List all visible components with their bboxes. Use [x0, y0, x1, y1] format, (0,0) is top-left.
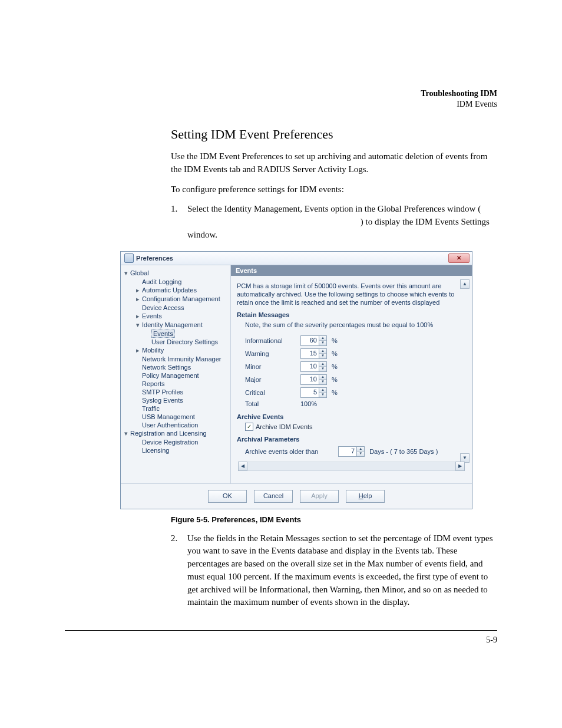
- percent-spinner[interactable]: 10▲▼: [300, 361, 327, 372]
- tree-item[interactable]: USB Management: [123, 413, 228, 421]
- tree-item[interactable]: ▾Identity Management: [123, 321, 228, 330]
- tree-item-label: Audit Logging: [142, 278, 181, 285]
- step-number: 2.: [171, 532, 187, 610]
- doc-header-subtitle: IDM Events: [65, 99, 497, 110]
- tree-item-label: Network Settings: [142, 364, 191, 371]
- prefs-tree[interactable]: ▾GlobalAudit Logging▸Automatic Updates▸C…: [121, 265, 231, 483]
- percent-suffix: %: [332, 337, 338, 344]
- scroll-right-icon[interactable]: ▶: [455, 462, 465, 471]
- spinner-up-icon[interactable]: ▲: [319, 362, 326, 367]
- close-button[interactable]: ✕: [448, 253, 470, 263]
- tree-item-label: Identity Management: [142, 321, 203, 328]
- percent-value: 10: [301, 375, 319, 384]
- retain-title: Retain Messages: [237, 311, 466, 318]
- percent-spinner[interactable]: 10▲▼: [300, 374, 327, 385]
- step1-lead: Select the Identity Management, Events o…: [187, 204, 481, 213]
- expander-icon: ▸: [136, 286, 142, 294]
- tree-item[interactable]: Events: [123, 330, 228, 338]
- expander-icon: ▸: [136, 312, 142, 320]
- tree-item[interactable]: User Authentication: [123, 421, 228, 429]
- tree-item[interactable]: Reports: [123, 380, 228, 388]
- tree-item-label: Configuration Management: [142, 295, 220, 302]
- tree-item[interactable]: ▾Global: [123, 269, 228, 278]
- cancel-button[interactable]: Cancel: [254, 490, 293, 503]
- dialog-title: Preferences: [136, 255, 173, 262]
- step-text: Use the fields in the Retain Messages se…: [187, 532, 497, 610]
- percent-value: 10: [301, 362, 319, 371]
- tree-item-label: Licensing: [142, 447, 169, 454]
- spinner-down-icon[interactable]: ▼: [357, 452, 364, 456]
- percent-value: 5: [301, 388, 319, 397]
- tree-item[interactable]: ▸Mobility: [123, 346, 228, 355]
- tree-item[interactable]: Device Access: [123, 304, 228, 312]
- tree-item[interactable]: SMTP Profiles: [123, 388, 228, 396]
- tree-item-label: Policy Management: [142, 372, 199, 379]
- spinner-up-icon[interactable]: ▲: [319, 349, 326, 354]
- apply-button[interactable]: Apply: [300, 490, 339, 503]
- doc-header-title: Troubleshooting IDM: [65, 88, 497, 99]
- tree-item-label: User Authentication: [142, 421, 198, 429]
- tree-item[interactable]: Traffic: [123, 404, 228, 413]
- tree-item[interactable]: ▸Events: [123, 312, 228, 321]
- tree-item[interactable]: ▸Configuration Management: [123, 295, 228, 304]
- step-text: Select the Identity Management, Events o…: [187, 203, 497, 241]
- scroll-left-icon[interactable]: ◀: [238, 462, 247, 471]
- tree-item-label: Mobility: [142, 347, 164, 354]
- percent-spinner[interactable]: 60▲▼: [300, 335, 327, 346]
- tree-item[interactable]: Network Immunity Manager: [123, 355, 228, 363]
- tree-item[interactable]: Syslog Events: [123, 396, 228, 404]
- percent-spinner[interactable]: 5▲▼: [300, 387, 327, 398]
- retain-row: Warning15▲▼%: [237, 347, 466, 360]
- percent-spinner[interactable]: 15▲▼: [300, 348, 327, 359]
- spinner-up-icon[interactable]: ▲: [319, 388, 326, 393]
- tree-item[interactable]: User Directory Settings: [123, 338, 228, 346]
- spinner-up-icon[interactable]: ▲: [319, 336, 326, 341]
- archive-days-spinner[interactable]: 7 ▲▼: [338, 446, 365, 457]
- spinner-up-icon[interactable]: ▲: [319, 375, 326, 380]
- horizontal-scrollbar[interactable]: ◀ ▶: [238, 462, 465, 471]
- tree-item-label: Events: [142, 312, 162, 319]
- spinner-down-icon[interactable]: ▼: [319, 367, 326, 371]
- tree-item[interactable]: Device Registration: [123, 438, 228, 446]
- preferences-dialog: Preferences ✕ ▾GlobalAudit Logging▸Autom…: [120, 251, 472, 509]
- section-title: Setting IDM Event Preferences: [171, 127, 497, 142]
- percent-suffix: %: [332, 389, 338, 396]
- tree-item[interactable]: Licensing: [123, 446, 228, 454]
- tree-item[interactable]: ▾Registration and Licensing: [123, 429, 228, 438]
- archive-days-suffix: Days - ( 7 to 365 Days ): [369, 448, 438, 455]
- retain-label: Warning: [245, 350, 296, 357]
- retain-row: Informational60▲▼%: [237, 334, 466, 347]
- percent-suffix: %: [332, 350, 338, 357]
- tree-item[interactable]: ▸Automatic Updates: [123, 286, 228, 295]
- total-label: Total: [245, 400, 296, 407]
- retain-note: Note, the sum of the severity percentage…: [237, 321, 466, 329]
- step-number: 1.: [171, 203, 187, 241]
- tree-item[interactable]: Policy Management: [123, 371, 228, 380]
- tree-item[interactable]: Network Settings: [123, 363, 228, 371]
- spinner-up-icon[interactable]: ▲: [357, 447, 364, 452]
- archive-older-label: Archive events older than: [245, 448, 318, 455]
- help-rest: elp: [363, 492, 372, 499]
- page-number: 5-9: [65, 635, 497, 645]
- tree-item-label: USB Management: [142, 413, 195, 420]
- total-value: 100%: [300, 400, 317, 407]
- archival-params-title: Archival Parameters: [237, 436, 466, 443]
- page-rule: [65, 630, 497, 631]
- spinner-down-icon[interactable]: ▼: [319, 380, 326, 384]
- tree-item[interactable]: Audit Logging: [123, 278, 228, 286]
- spinner-down-icon[interactable]: ▼: [319, 393, 326, 397]
- retain-row: Major10▲▼%: [237, 373, 466, 386]
- tree-item-label: Traffic: [142, 405, 160, 412]
- help-button[interactable]: Help: [346, 490, 385, 503]
- retain-label: Informational: [245, 337, 296, 344]
- spinner-down-icon[interactable]: ▼: [319, 354, 326, 358]
- scroll-up-arrow[interactable]: ▲: [460, 279, 470, 289]
- tree-item-label: Device Registration: [142, 439, 198, 446]
- retain-label: Minor: [245, 363, 296, 370]
- expander-icon: ▸: [136, 347, 142, 354]
- archive-checkbox[interactable]: ✓ Archive IDM Events: [245, 423, 313, 431]
- spinner-down-icon[interactable]: ▼: [319, 341, 326, 345]
- archive-days-value: 7: [339, 447, 356, 456]
- step1-tail: ) to display the IDM Events Settings win…: [187, 217, 490, 239]
- ok-button[interactable]: OK: [208, 490, 247, 503]
